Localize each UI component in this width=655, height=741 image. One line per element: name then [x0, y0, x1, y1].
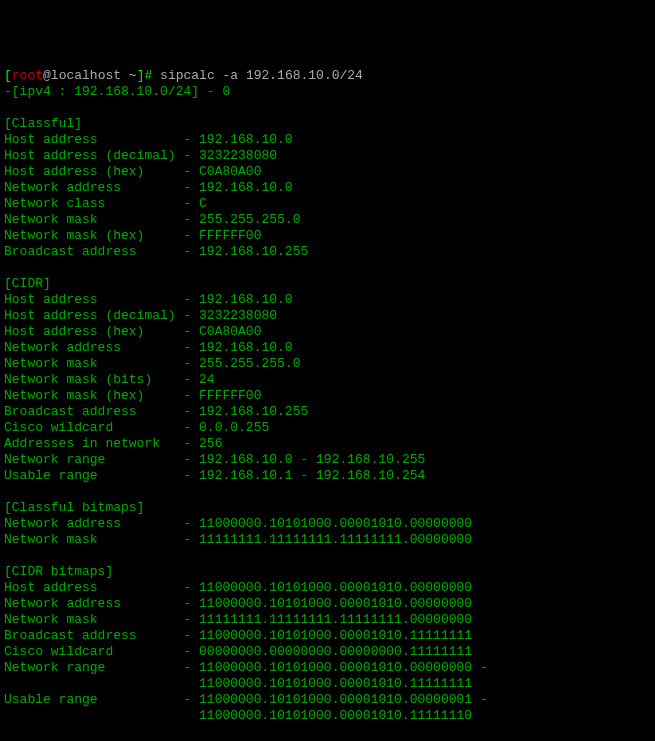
user: root [12, 68, 43, 83]
command: sipcalc -a 192.168.10.0/24 [160, 68, 363, 83]
cidr-bitmaps-row: Network mask - 11111111.11111111.1111111… [4, 612, 651, 628]
bracket-open: [ [4, 68, 12, 83]
label: Network mask (bits) [4, 372, 183, 387]
sep: - [183, 516, 199, 531]
classful-row: Network address - 192.168.10.0 [4, 180, 651, 196]
blank [4, 724, 651, 740]
label: Host address (hex) [4, 324, 183, 339]
value: C0A80A00 [199, 164, 261, 179]
value: 255.255.255.0 [199, 212, 300, 227]
value: 255.255.255.0 [199, 356, 300, 371]
label: Host address (hex) [4, 164, 183, 179]
blank [4, 100, 651, 116]
value: C0A80A00 [199, 324, 261, 339]
sep: - [183, 292, 199, 307]
label: Network class [4, 196, 183, 211]
sep: - [183, 692, 199, 707]
section-title-cidr-bitmaps: [CIDR bitmaps] [4, 564, 651, 580]
blank [4, 484, 651, 500]
label: Network mask [4, 532, 183, 547]
cidr-bitmaps-row: Host address - 11000000.10101000.0000101… [4, 580, 651, 596]
sep: - [183, 212, 199, 227]
sep: - [183, 388, 199, 403]
cidr-row: Cisco wildcard - 0.0.0.255 [4, 420, 651, 436]
sep: - [183, 164, 199, 179]
sep: - [183, 580, 199, 595]
cidr-row: Broadcast address - 192.168.10.255 [4, 404, 651, 420]
section-title-classful-bitmaps: [Classful bitmaps] [4, 500, 651, 516]
sep: - [183, 596, 199, 611]
label: Usable range [4, 692, 183, 707]
value: 256 [199, 436, 222, 451]
value: 00000000.00000000.00000000.11111111 [199, 644, 472, 659]
classful-row: Network mask - 255.255.255.0 [4, 212, 651, 228]
label: Host address [4, 580, 183, 595]
sep: - [183, 132, 199, 147]
prompt-line[interactable]: [root@localhost ~]# sipcalc -a 192.168.1… [4, 68, 651, 84]
label: Network mask [4, 356, 183, 371]
classful-bitmaps-row: Network mask - 11111111.11111111.1111111… [4, 532, 651, 548]
cidr-bitmaps-row: Usable range - 11000000.10101000.0000101… [4, 692, 651, 708]
sep: - [183, 372, 199, 387]
label: Network range [4, 452, 183, 467]
label: Network mask (hex) [4, 228, 183, 243]
label: Broadcast address [4, 244, 183, 259]
value: 192.168.10.0 - 192.168.10.255 [199, 452, 425, 467]
label: Network mask (hex) [4, 388, 183, 403]
label: Network address [4, 340, 183, 355]
sep: - [183, 436, 199, 451]
value: 11000000.10101000.00001010.00000000 [199, 580, 472, 595]
cidr-bitmaps-row: Cisco wildcard - 00000000.00000000.00000… [4, 644, 651, 660]
value: 11111111.11111111.11111111.00000000 [199, 612, 472, 627]
value: 192.168.10.255 [199, 244, 308, 259]
value: 11000000.10101000.00001010.11111111 [199, 628, 472, 643]
cidr-row: Usable range - 192.168.10.1 - 192.168.10… [4, 468, 651, 484]
label: Network address [4, 516, 183, 531]
label: Network address [4, 596, 183, 611]
sep: - [183, 196, 199, 211]
value: 192.168.10.0 [199, 180, 293, 195]
value: 192.168.10.1 - 192.168.10.254 [199, 468, 425, 483]
blank [4, 260, 651, 276]
value: FFFFFF00 [199, 228, 261, 243]
path: ~ [121, 68, 137, 83]
sep: - [183, 324, 199, 339]
label: Host address (decimal) [4, 148, 183, 163]
terminal-output: [root@localhost ~]# sipcalc -a 192.168.1… [4, 68, 651, 741]
value: 192.168.10.255 [199, 404, 308, 419]
value: 11000000.10101000.00001010.00000001 - [199, 692, 488, 707]
classful-row: Host address (decimal) - 3232238080 [4, 148, 651, 164]
cidr-row: Network mask (hex) - FFFFFF00 [4, 388, 651, 404]
header-line: -[ipv4 : 192.168.10.0/24] - 0 [4, 84, 651, 100]
label: Network range [4, 660, 183, 675]
cidr-bitmaps-row: Network address - 11000000.10101000.0000… [4, 596, 651, 612]
classful-bitmaps-row: Network address - 11000000.10101000.0000… [4, 516, 651, 532]
sep: - [183, 532, 199, 547]
cidr-row: Network mask (bits) - 24 [4, 372, 651, 388]
sep: - [183, 644, 199, 659]
label: Cisco wildcard [4, 420, 183, 435]
value: C [199, 196, 207, 211]
section-title-classful: [Classful] [4, 116, 651, 132]
sep: - [183, 228, 199, 243]
sep: - [183, 612, 199, 627]
classful-row: Broadcast address - 192.168.10.255 [4, 244, 651, 260]
cidr-row: Network address - 192.168.10.0 [4, 340, 651, 356]
sep: - [183, 660, 199, 675]
cidr-row: Host address (decimal) - 3232238080 [4, 308, 651, 324]
label: Host address (decimal) [4, 308, 183, 323]
value: 11000000.10101000.00001010.00000000 - [199, 660, 488, 675]
classful-row: Host address (hex) - C0A80A00 [4, 164, 651, 180]
cidr-row: Network range - 192.168.10.0 - 192.168.1… [4, 452, 651, 468]
cidr-bitmaps-row: Broadcast address - 11000000.10101000.00… [4, 628, 651, 644]
sep: - [183, 404, 199, 419]
cidr-row: Host address (hex) - C0A80A00 [4, 324, 651, 340]
cidr-row: Addresses in network - 256 [4, 436, 651, 452]
value: 192.168.10.0 [199, 132, 293, 147]
classful-row: Host address - 192.168.10.0 [4, 132, 651, 148]
classful-row: Network class - C [4, 196, 651, 212]
value: 3232238080 [199, 148, 277, 163]
label: Broadcast address [4, 404, 183, 419]
label: Cisco wildcard [4, 644, 183, 659]
sep: - [183, 356, 199, 371]
